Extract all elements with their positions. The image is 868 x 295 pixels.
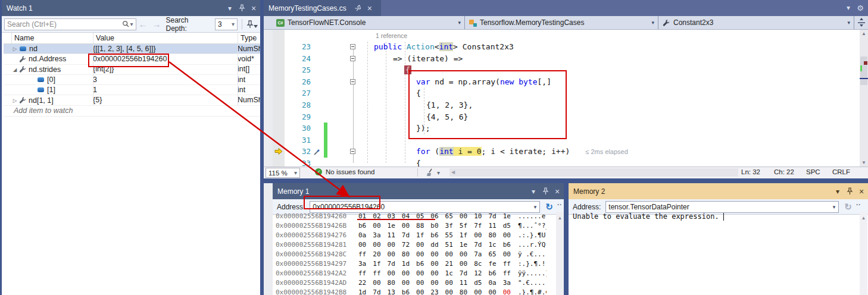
watch-row[interactable]: ▷nd[1, 1]{5}NumShar... xyxy=(4,95,260,105)
watch-column-headers[interactable]: Name Value Type xyxy=(4,33,260,44)
editor-vertical-scrollbar[interactable]: ▲ ▼ xyxy=(860,30,868,167)
memory-row[interactable]: 0x000002556B1942973a 1f 7d 1d b6 00 21 0… xyxy=(276,259,547,269)
tab-pin-icon[interactable] xyxy=(352,3,363,14)
memory-bytes[interactable]: ff ff 00 00 00 00 1c 7d 12 b6 ff xyxy=(358,269,511,277)
zoom-level-combo[interactable]: 115 % ▾ xyxy=(266,168,300,178)
toolbar-overflow-icon[interactable]: .. xyxy=(557,199,562,206)
toolbar-overflow-icon[interactable]: .. xyxy=(856,199,861,206)
memory-row[interactable]: 0x000002556B19428100 00 00 72 00 dd 51 1… xyxy=(276,240,547,250)
issues-indicator[interactable]: ✓ No issues found xyxy=(315,168,374,175)
watch-row[interactable]: ▷nd{[[1, 2, 3], [4, 5, 6]]}NumShar... xyxy=(4,44,260,54)
code-cleanup-button[interactable]: ▾ xyxy=(426,168,440,177)
memory-row[interactable]: 0x000002556B19428Cff 20 00 80 00 00 00 0… xyxy=(276,250,547,259)
column-header-name[interactable]: Name xyxy=(14,34,34,42)
pin-icon[interactable] xyxy=(540,186,551,197)
search-icon[interactable] xyxy=(122,20,130,28)
memory1-scrollbar[interactable]: ▲ xyxy=(556,212,564,295)
close-icon[interactable]: × xyxy=(856,186,867,197)
memory-panels-splitter[interactable] xyxy=(564,183,569,295)
horizontal-splitter[interactable] xyxy=(264,178,868,183)
memory-row[interactable]: 0x000002556B19426001 02 03 04 05 06 65 0… xyxy=(276,212,547,221)
editor-horizontal-scrollbar[interactable]: ◀ xyxy=(449,168,738,177)
memory-bytes[interactable]: 1d 7d 13 b6 00 23 00 80 00 00 00 xyxy=(358,288,511,295)
code-line[interactable]: 30}); xyxy=(273,123,860,134)
back-icon[interactable]: ← xyxy=(139,19,148,29)
memory1-titlebar[interactable]: Memory 1 ▾ × xyxy=(273,183,564,199)
window-menu-icon[interactable]: ▾ xyxy=(528,186,539,197)
codelens-references[interactable]: 1 reference xyxy=(376,32,407,39)
memory-byte-changed[interactable]: 00 xyxy=(503,288,511,295)
code-line[interactable]: 23public Action<int> Constant2x3 xyxy=(273,41,860,53)
code-line[interactable]: 29{4, 5, 6} xyxy=(273,111,860,123)
watch-row[interactable]: [1]1int xyxy=(4,85,260,95)
memory-row[interactable]: 0x000002556B19426Bb6 00 1e 00 88 b0 3f 5… xyxy=(276,221,547,231)
code-line[interactable]: 25{ xyxy=(273,64,860,76)
scroll-up-icon[interactable]: ▲ xyxy=(558,215,563,221)
breakpoint-icon[interactable] xyxy=(274,65,283,75)
scroll-left-icon[interactable]: ◀ xyxy=(451,170,455,175)
memory-bytes[interactable]: 00 00 00 72 00 dd 51 1e 7d 1c b6 xyxy=(358,241,511,249)
memory2-address-input[interactable]: tensor.TensorDataPointer ▾ xyxy=(605,201,839,213)
watch-value[interactable]: 3 xyxy=(93,75,234,85)
pin-to-source-icon[interactable] xyxy=(246,20,258,29)
memory2-scrollbar[interactable]: ▲ xyxy=(860,212,867,295)
window-menu-icon[interactable]: ▾ xyxy=(224,3,235,14)
code-editor[interactable]: 1 reference 23public Action<int> Constan… xyxy=(273,30,860,167)
forward-icon[interactable]: → xyxy=(152,19,161,29)
fold-collapse-icon[interactable] xyxy=(350,79,355,84)
memory-bytes[interactable]: ff 20 00 80 00 00 00 00 7a 65 00 xyxy=(358,250,511,258)
close-icon[interactable]: × xyxy=(552,186,563,197)
watch-value[interactable]: 0x000002556b194260 xyxy=(93,54,234,64)
add-watch-item-row[interactable]: Add item to watch xyxy=(4,106,260,117)
current-statement-arrow-icon[interactable] xyxy=(274,147,283,156)
memory1-address-input[interactable]: 0x000002556B194260 ▾ xyxy=(310,201,540,213)
watch-value[interactable]: {[[1, 2, 3], [4, 5, 6]]} xyxy=(93,44,234,54)
expander-icon[interactable]: ▷ xyxy=(12,46,18,52)
project-dropdown[interactable]: C# TensorFlowNET.Console ▾ xyxy=(273,16,465,29)
memory-bytes[interactable]: 01 02 03 04 05 06 65 00 10 7d 1e xyxy=(358,212,511,220)
scroll-down-icon[interactable]: ▼ xyxy=(860,160,868,165)
gear-icon[interactable]: ⚙ xyxy=(855,2,866,13)
search-options-icon[interactable]: ▾ xyxy=(130,21,133,27)
scroll-up-icon[interactable]: ▲ xyxy=(860,31,868,36)
close-icon[interactable]: × xyxy=(248,3,259,14)
watch-value[interactable]: {int[2]} xyxy=(93,64,234,74)
watch-value[interactable]: 1 xyxy=(93,85,234,95)
memory-row[interactable]: 0x000002556B1942AD22 00 80 00 00 00 00 1… xyxy=(276,278,547,288)
memory1-hex-view[interactable]: 0x000002556B19426001 02 03 04 05 06 65 0… xyxy=(276,212,547,295)
memory-bytes[interactable]: 22 00 80 00 00 00 00 11 d5 0a 3a xyxy=(358,279,511,287)
watch-row[interactable]: nd.Address0x000002556b194260void* xyxy=(4,54,260,64)
code-line[interactable]: 32for (int i = 0; i < iterate; i++)≤ 2ms… xyxy=(273,146,860,158)
pin-icon[interactable] xyxy=(236,3,247,14)
scroll-up-icon[interactable]: ▲ xyxy=(253,35,258,40)
watch-row[interactable]: [0]3int xyxy=(4,75,260,85)
memory-bytes[interactable]: 3a 1f 7d 1d b6 00 21 00 8c fe ff xyxy=(358,260,511,268)
refresh-icon[interactable]: ↻ xyxy=(545,202,553,212)
pin-icon[interactable] xyxy=(844,186,855,197)
watch-row[interactable]: ◢nd.strides{int[2]}int[] xyxy=(4,65,260,75)
fold-collapse-icon[interactable] xyxy=(350,149,355,154)
code-line[interactable]: 31 xyxy=(273,134,860,146)
memory-row[interactable]: 0x000002556B1942B81d 7d 13 b6 00 23 00 8… xyxy=(276,288,547,295)
search-depth-combo[interactable]: 3 ▾ xyxy=(215,18,238,30)
search-input[interactable]: Search (Ctrl+E) ▾ xyxy=(4,18,136,30)
memory-bytes[interactable]: b6 00 1e 00 88 b0 3f 5f 7f 11 d5 xyxy=(358,222,511,230)
tab-memorytestingcases[interactable]: MemoryTestingCases.cs × xyxy=(264,0,381,16)
code-line[interactable]: 24=> (iterate) => xyxy=(273,53,860,65)
class-dropdown[interactable]: Tensorflow.MemoryTestingCases ▾ xyxy=(465,16,658,29)
fold-collapse-icon[interactable] xyxy=(350,56,355,61)
column-header-value[interactable]: Value xyxy=(96,34,114,42)
tab-close-icon[interactable]: × xyxy=(364,3,375,14)
code-line[interactable]: 28{1, 2, 3}, xyxy=(273,99,860,111)
watch-value[interactable]: {5} xyxy=(93,95,234,105)
fold-collapse-icon[interactable] xyxy=(350,44,355,49)
expander-icon[interactable]: ◢ xyxy=(12,67,18,73)
memory-row[interactable]: 0x000002556B1942760a 3a 11 7d 1f b6 55 1… xyxy=(276,231,547,240)
watch-titlebar[interactable]: Watch 1 ▾ × xyxy=(2,0,260,16)
memory-row[interactable]: 0x000002556B1942A2ff ff 00 00 00 00 1c 7… xyxy=(276,269,547,278)
window-menu-icon[interactable]: ▾ xyxy=(832,186,843,197)
memory2-titlebar[interactable]: Memory 2 ▾ × xyxy=(569,183,868,199)
code-line[interactable]: 27{ xyxy=(273,87,860,99)
editor-split-handle[interactable] xyxy=(857,17,866,29)
code-line[interactable]: 26var nd = np.array(new byte[,] xyxy=(273,76,860,88)
